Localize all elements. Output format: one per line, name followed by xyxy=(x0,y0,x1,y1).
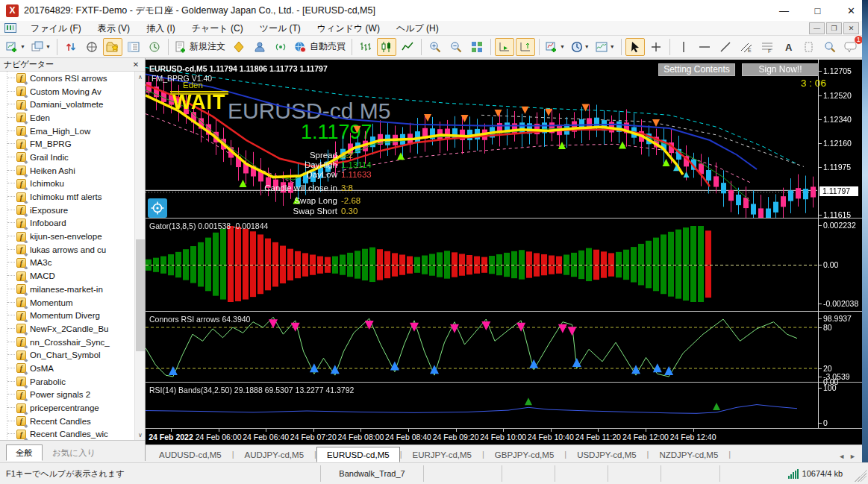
navigator-item-parabolic[interactable]: fParabolic xyxy=(0,375,134,389)
navigator-item-fm-bprg[interactable]: fFM_BPRG xyxy=(0,137,134,151)
chevron-down-icon[interactable]: ▼ xyxy=(560,44,565,49)
chevron-down-icon[interactable]: ▼ xyxy=(610,44,615,49)
strategy-tester-button[interactable] xyxy=(145,38,164,56)
navigator-item-heiken-ashi[interactable]: fHeiken Ashi xyxy=(0,164,134,177)
new-chart-button[interactable]: ▼ xyxy=(4,38,28,56)
navigator-item-custom-moving-av[interactable]: fCustom Moving Av xyxy=(0,85,134,98)
text-tool-button[interactable]: A xyxy=(778,38,798,56)
navigator-item-recent-candles-wic[interactable]: fRecent Candles_wic xyxy=(0,428,134,440)
chevron-down-icon[interactable]: ▼ xyxy=(20,44,25,49)
candle-mode-button[interactable] xyxy=(377,38,396,56)
chart-target-icon[interactable] xyxy=(148,198,167,218)
scrollbar-thumb[interactable] xyxy=(136,239,145,351)
auto-trading-button[interactable]: 自動売買 xyxy=(292,38,348,56)
chart-tab-eurusd-cd-m5[interactable]: EURUSD-cd,M5 xyxy=(316,447,400,462)
chart-tab-gbpjpy-cd-m5[interactable]: GBPJPY-cd,M5 xyxy=(484,447,564,462)
navigator-tab-0[interactable]: 全般 xyxy=(6,444,43,461)
equidistant-channel-button[interactable]: E xyxy=(737,38,756,56)
menu-item-2[interactable]: 挿入 (I) xyxy=(138,23,184,34)
navigator-scrollbar[interactable]: ∧ ∨ xyxy=(134,72,145,440)
horizontal-line-button[interactable] xyxy=(695,38,714,56)
pane-separator[interactable] xyxy=(146,311,862,312)
maximize-button[interactable]: □ xyxy=(801,0,834,21)
tab-scroll-right-icon[interactable]: ► xyxy=(849,453,856,460)
setting-contents-button[interactable]: Setting Contents xyxy=(658,63,735,76)
navigator-item-osma[interactable]: fOsMA xyxy=(0,362,134,375)
chart-tab-nzdjpy-cd-m5[interactable]: NZDJPY-cd,M5 xyxy=(649,447,728,462)
scrollbar-up-icon[interactable]: ∧ xyxy=(135,72,146,82)
menu-item-3[interactable]: チャート (C) xyxy=(184,23,252,34)
profiles-button[interactable]: ▼ xyxy=(29,38,53,56)
menu-item-6[interactable]: ヘルプ (H) xyxy=(388,23,447,34)
gator-indicator-chart[interactable] xyxy=(146,219,818,311)
experts-button[interactable] xyxy=(250,38,269,56)
navigator-item-kijun-sen-envelope[interactable]: fkijun-sen-envelope xyxy=(0,230,134,243)
navigator-item-eden[interactable]: fEden xyxy=(0,111,134,125)
navigator-item-connors-rsi-arrows[interactable]: fConnors RSI arrows xyxy=(0,72,134,85)
navigator-item-damiani-volatmete[interactable]: fDamiani_volatmete xyxy=(0,98,134,111)
navigator-button[interactable] xyxy=(103,38,122,56)
terminal-button[interactable] xyxy=(124,38,143,56)
navigator-item-pricepercentrange[interactable]: fpricepercentrange xyxy=(0,401,134,415)
arrow-label-button[interactable] xyxy=(799,38,819,56)
navigator-item-momentum-diverg[interactable]: fMomentum Diverg xyxy=(0,309,134,322)
fibonacci-button[interactable]: F xyxy=(758,38,777,56)
data-window-button[interactable] xyxy=(82,38,102,56)
navigator-item-nn-crosshair-sync-[interactable]: fnn_Crosshair_Sync_ xyxy=(0,336,134,349)
crosshair-button[interactable] xyxy=(646,38,666,56)
comments-button[interactable]: 1 xyxy=(841,38,861,56)
indicators-button[interactable]: ▼ xyxy=(593,38,617,56)
zoom-in-button[interactable] xyxy=(425,38,445,56)
zoom-out-button[interactable] xyxy=(446,38,466,56)
new-order-button[interactable]: 新規注文 xyxy=(172,38,228,56)
vertical-line-button[interactable] xyxy=(674,38,693,56)
main-price-chart[interactable] xyxy=(146,63,818,218)
chevron-down-icon[interactable]: ▼ xyxy=(584,44,590,49)
navigator-item-power-signals-2[interactable]: fPower signals 2 xyxy=(0,389,134,402)
navigator-close-icon[interactable]: ✕ xyxy=(131,60,141,69)
mdi-close-button[interactable]: ✕ xyxy=(843,22,859,34)
auto-scroll-button[interactable] xyxy=(495,38,514,56)
navigator-item-ma3c[interactable]: fMA3c xyxy=(0,257,134,270)
trendline-button[interactable] xyxy=(716,38,735,56)
cursor-button[interactable] xyxy=(625,38,645,56)
signals-button[interactable] xyxy=(271,38,290,56)
chart-tab-audusd-cd-m5[interactable]: AUDUSD-cd,M5 xyxy=(149,447,232,462)
navigator-item-momentum[interactable]: fMomentum xyxy=(0,296,134,309)
pane-separator[interactable] xyxy=(146,218,862,219)
tab-scroll-left-icon[interactable]: ◄ xyxy=(838,453,845,460)
navigator-item-on-chart-symbol[interactable]: fOn_Chart_Symbol xyxy=(0,348,134,362)
navigator-item-macd[interactable]: fMACD xyxy=(0,269,134,283)
line-mode-button[interactable] xyxy=(398,38,417,56)
metaeditor-button[interactable] xyxy=(229,38,249,56)
chart-shift-button[interactable] xyxy=(516,38,535,56)
pane-separator[interactable] xyxy=(146,382,862,383)
scrollbar-down-icon[interactable]: ∨ xyxy=(135,430,146,440)
chart-tab-usdjpy-cd-m5[interactable]: USDJPY-cd,M5 xyxy=(566,447,646,462)
market-watch-button[interactable] xyxy=(61,38,81,56)
menu-item-4[interactable]: ツール (T) xyxy=(252,23,309,34)
navigator-item-grail-indic[interactable]: fGrail Indic xyxy=(0,151,134,164)
navigator-item-recent-candles[interactable]: fRecent Candles xyxy=(0,415,134,428)
mdi-minimize-button[interactable]: — xyxy=(809,22,825,34)
navigator-item-iexposure[interactable]: fiExposure xyxy=(0,204,134,217)
menu-item-1[interactable]: 表示 (V) xyxy=(90,23,138,34)
navigator-item-ichimoku-mtf-alerts[interactable]: fIchimoku mtf alerts xyxy=(0,190,134,204)
navigator-item-infoboard[interactable]: fInfoboard xyxy=(0,217,134,230)
menu-item-5[interactable]: ウィンドウ (W) xyxy=(309,23,388,34)
navigator-item-lukas-arrows-and-cu[interactable]: flukas arrows and cu xyxy=(0,243,134,257)
resize-grip[interactable] xyxy=(855,470,867,482)
chevron-down-icon[interactable]: ▼ xyxy=(46,44,51,49)
navigator-tab-1[interactable]: お気に入り xyxy=(43,444,105,461)
search-button[interactable] xyxy=(820,38,840,56)
chart-tab-eurjpy-cd-m5[interactable]: EURJPY-cd,M5 xyxy=(402,447,481,462)
chart-tab-audjpy-cd-m5[interactable]: AUDJPY-cd,M5 xyxy=(234,447,314,462)
navigator-item-milanese-market-in[interactable]: fmilanese-market-in xyxy=(0,283,134,296)
tile-windows-button[interactable] xyxy=(467,38,487,56)
navigator-item-ema-high-low[interactable]: fEma_High_Low xyxy=(0,125,134,138)
mdi-restore-button[interactable]: ❐ xyxy=(826,22,842,34)
bar-chart-mode-button[interactable] xyxy=(356,38,375,56)
navigator-item-ichimoku[interactable]: fIchimoku xyxy=(0,177,134,191)
navigator-item-newfx-2candle-bu[interactable]: fNewFx_2Candle_Bu xyxy=(0,322,134,336)
menu-item-0[interactable]: ファイル (F) xyxy=(22,23,90,34)
